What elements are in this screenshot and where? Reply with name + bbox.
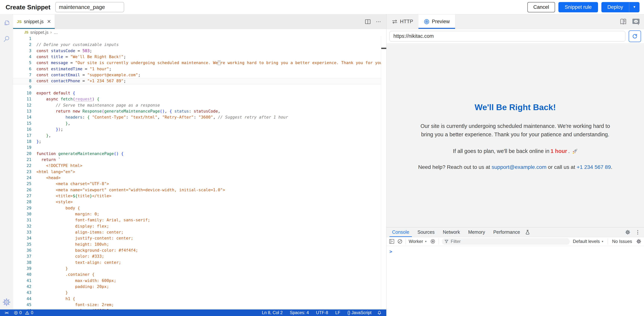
- more-actions-icon[interactable]: ⋯: [376, 19, 382, 25]
- code-line[interactable]: 2// Define your customizable inputs: [13, 42, 386, 48]
- issues-status[interactable]: No Issues: [612, 239, 632, 244]
- refresh-button[interactable]: [629, 31, 641, 42]
- breadcrumb-file[interactable]: snippet.js: [30, 30, 48, 35]
- code-line[interactable]: 22 <!DOCTYPE html>: [13, 163, 386, 169]
- code-line[interactable]: 21 return `: [13, 157, 386, 163]
- code-line[interactable]: 41 max-width: 600px;: [13, 278, 386, 284]
- live-expression-eye-icon[interactable]: [430, 239, 436, 244]
- devtools-menu-kebab-icon[interactable]: ⋮: [635, 229, 640, 235]
- code-line[interactable]: 25 <meta charset="UTF-8">: [13, 181, 386, 187]
- tab-preview[interactable]: Preview: [418, 15, 455, 29]
- code-line[interactable]: 39 }: [13, 265, 386, 271]
- code-line[interactable]: 31 font-family: Arial, sans-serif;: [13, 217, 386, 223]
- context-selector[interactable]: Worker ▼: [409, 239, 427, 244]
- code-line[interactable]: 20function generateMaintenancePage() {: [13, 151, 386, 157]
- console-toolbar-right: Default levels ▼ No Issues: [573, 238, 642, 244]
- preview-url-input[interactable]: [390, 31, 625, 42]
- code-line[interactable]: 30 margin: 0;: [13, 211, 386, 217]
- code-line[interactable]: 7const contactEmail = "support@example.c…: [13, 72, 386, 78]
- console-settings-gear-icon[interactable]: [636, 239, 642, 244]
- status-item[interactable]: Spaces: 4: [290, 310, 309, 315]
- code-line[interactable]: 5const message = "Our site is currently …: [13, 60, 386, 66]
- code-line[interactable]: 40 .container {: [13, 271, 386, 277]
- code-line[interactable]: 4const title = "We'll Be Right Back!";: [13, 54, 386, 60]
- devtools-tab-network[interactable]: Network: [438, 227, 464, 237]
- files-icon[interactable]: [2, 19, 11, 28]
- deploy-dropdown-button[interactable]: ▼: [629, 2, 640, 12]
- devtools-tab-console[interactable]: Console: [388, 227, 414, 237]
- code-line[interactable]: 13 return new Response(generateMaintenan…: [13, 108, 386, 114]
- editor-tab-snippet-js[interactable]: JS snippet.js ✕: [13, 15, 55, 29]
- code-line[interactable]: 36 background-color: #f4f4f4;: [13, 247, 386, 253]
- code-line[interactable]: 32 display: flex;: [13, 223, 386, 229]
- log-levels-dropdown[interactable]: Default levels ▼: [573, 239, 604, 244]
- code-line[interactable]: 9: [13, 84, 386, 90]
- code-line[interactable]: 14 headers: { "Content-Type": "text/html…: [13, 114, 386, 120]
- line-number: 14: [13, 114, 36, 120]
- code-line[interactable]: 38 text-align: center;: [13, 259, 386, 265]
- console-filter[interactable]: [442, 238, 570, 245]
- code-line[interactable]: 43 }: [13, 290, 386, 296]
- community-chat-icon[interactable]: [632, 18, 640, 26]
- close-tab-icon[interactable]: ✕: [47, 19, 51, 25]
- code-line[interactable]: 10export default {: [13, 90, 386, 96]
- clear-console-icon[interactable]: [397, 239, 402, 244]
- code-line[interactable]: 44 h1 {: [13, 296, 386, 302]
- code-line[interactable]: 34 justify-content: center;: [13, 235, 386, 241]
- filter-input[interactable]: [450, 239, 562, 244]
- remote-indicator-icon[interactable]: ><: [5, 310, 8, 315]
- snippet-name-input[interactable]: [55, 2, 124, 12]
- code-line[interactable]: 18};: [13, 139, 386, 145]
- breadcrumb-more[interactable]: …: [54, 30, 58, 35]
- cancel-button[interactable]: Cancel: [528, 2, 555, 12]
- code-editor[interactable]: 12// Define your customizable inputs3con…: [13, 36, 386, 309]
- status-item[interactable]: LF: [335, 310, 340, 315]
- code-line[interactable]: 17 },: [13, 133, 386, 139]
- code-line[interactable]: 28 <style>: [13, 199, 386, 205]
- devtools-tab-performance[interactable]: Performance: [489, 227, 524, 237]
- code-line[interactable]: 6const estimatedTime = "1 hour";: [13, 66, 386, 72]
- notifications-bell-icon[interactable]: [377, 310, 382, 315]
- code-line[interactable]: 24 <head>: [13, 175, 386, 181]
- console-prompt[interactable]: >: [390, 249, 392, 254]
- code-line[interactable]: 26 <meta name="viewport" content="width=…: [13, 187, 386, 193]
- code-line[interactable]: 35 height: 100vh;: [13, 241, 386, 247]
- code-line[interactable]: 23<html lang="en">: [13, 169, 386, 175]
- code-line[interactable]: 19: [13, 145, 386, 151]
- status-item[interactable]: UTF-8: [316, 310, 328, 315]
- support-email-link[interactable]: support@example.com: [492, 164, 546, 170]
- devtools-tab-sources[interactable]: Sources: [414, 227, 439, 237]
- devtools-settings-gear-icon[interactable]: [625, 230, 630, 235]
- code-line[interactable]: 1: [13, 36, 386, 42]
- code-line[interactable]: 33 align-items: center;: [13, 229, 386, 235]
- code-line[interactable]: 15 },: [13, 120, 386, 126]
- phone-link[interactable]: +1 234 567 89: [577, 164, 611, 170]
- code-line[interactable]: 37 color: #333;: [13, 253, 386, 259]
- code-line[interactable]: 46 color: #0056b3;: [13, 308, 386, 309]
- code-line[interactable]: 8const contactPhone = "+1 234 567 89";: [13, 78, 386, 84]
- code-line[interactable]: 11 async fetch(request) {: [13, 96, 386, 102]
- devtools-tab-memory[interactable]: Memory: [464, 227, 489, 237]
- snippet-rule-button[interactable]: Snippet rule: [558, 2, 598, 12]
- docs-book-icon[interactable]: [619, 18, 627, 25]
- overview-ruler[interactable]: [381, 36, 386, 309]
- breadcrumb[interactable]: JS snippet.js › …: [13, 29, 386, 36]
- status-item[interactable]: {} JavaScript: [348, 310, 372, 315]
- code-line[interactable]: 29 body {: [13, 205, 386, 211]
- code-line[interactable]: 27 <title>${title}</title>: [13, 193, 386, 199]
- console-sidebar-icon[interactable]: [389, 239, 394, 244]
- deploy-button[interactable]: Deploy: [602, 2, 629, 12]
- search-icon[interactable]: [2, 35, 11, 43]
- code-line[interactable]: 45 font-size: 2rem;: [13, 302, 386, 308]
- code-line[interactable]: 42 padding: 20px;: [13, 284, 386, 290]
- tab-http[interactable]: HTTP: [386, 15, 418, 29]
- split-editor-icon[interactable]: [365, 19, 370, 24]
- code-text: <meta name="viewport" content="width=dev…: [36, 187, 386, 193]
- console-output[interactable]: >: [386, 246, 644, 254]
- code-line[interactable]: 3const statusCode = 503;: [13, 48, 386, 54]
- status-item[interactable]: Ln 8, Col 2: [262, 310, 282, 315]
- code-line[interactable]: 16 });: [13, 126, 386, 132]
- settings-gear-icon[interactable]: [2, 298, 11, 306]
- code-line[interactable]: 12 // Serve the maintenance page as a re…: [13, 102, 386, 108]
- problems-status[interactable]: 0 0: [14, 310, 34, 315]
